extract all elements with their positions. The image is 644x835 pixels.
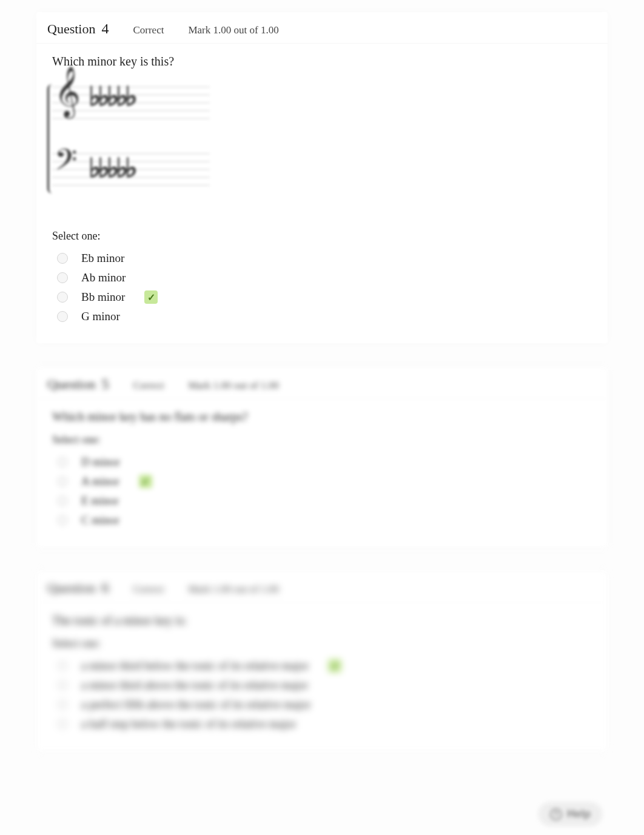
option-text: Ab minor xyxy=(81,271,126,284)
key-signature-flats: ♭♭♭♭♭ xyxy=(89,81,134,112)
answer-option[interactable]: D minor xyxy=(52,452,592,472)
answer-option[interactable]: a half step below the tonic of its relat… xyxy=(52,714,592,734)
question-header: Question 5 Correct Mark 1.00 out of 1.00 xyxy=(36,367,608,399)
question-body: Which minor key has no flats or sharps?S… xyxy=(36,399,608,547)
option-text: G minor xyxy=(81,310,120,323)
question-mark: Mark 1.00 out of 1.00 xyxy=(188,583,278,595)
answer-option[interactable]: Eb minor xyxy=(52,249,592,268)
radio-button[interactable] xyxy=(57,719,68,729)
question-number: 5 xyxy=(101,376,109,392)
option-text: E minor xyxy=(81,494,119,508)
answer-option[interactable]: a minor third below the tonic of its rel… xyxy=(52,656,592,676)
select-one-label: Select one: xyxy=(52,637,592,650)
radio-button[interactable] xyxy=(57,476,68,487)
question-label: Question xyxy=(47,21,95,37)
correct-tick-icon: ✓ xyxy=(144,290,158,304)
select-one-label: Select one: xyxy=(52,230,592,243)
question-body: Which minor key is this? 𝄞 ♭♭♭♭♭ 𝄢 ♭♭♭♭♭… xyxy=(36,44,608,343)
radio-button[interactable] xyxy=(57,272,68,283)
radio-button[interactable] xyxy=(57,457,68,468)
answer-option[interactable]: a minor third above the tonic of its rel… xyxy=(52,676,592,695)
question-block: Question 5 Correct Mark 1.00 out of 1.00… xyxy=(36,367,608,547)
question-text: Which minor key is this? xyxy=(52,55,592,69)
option-text: C minor xyxy=(81,514,119,527)
question-mark: Mark 1.00 out of 1.00 xyxy=(188,380,278,392)
question-text: The tonic of a minor key is: xyxy=(52,614,592,628)
correct-tick-icon: ✓ xyxy=(139,475,152,488)
question-status: Correct xyxy=(133,583,164,595)
question-number: 4 xyxy=(101,21,109,37)
answer-option[interactable]: a perfect fifth above the tonic of its r… xyxy=(52,695,592,714)
radio-button[interactable] xyxy=(57,495,68,506)
treble-clef-icon: 𝄞 xyxy=(55,70,81,113)
question-text: Which minor key has no flats or sharps? xyxy=(52,410,592,424)
answer-option[interactable]: A minor✓ xyxy=(52,472,592,491)
option-text: D minor xyxy=(81,455,120,469)
option-text: a minor third above the tonic of its rel… xyxy=(81,679,308,692)
question-number: 6 xyxy=(101,580,109,596)
option-text: a perfect fifth above the tonic of its r… xyxy=(81,698,310,711)
key-signature-flats: ♭♭♭♭♭ xyxy=(89,152,134,184)
question-header: Question 6 Correct Mark 1.00 out of 1.00 xyxy=(36,571,608,603)
option-text: Eb minor xyxy=(81,252,124,265)
answer-option[interactable]: G minor xyxy=(52,307,592,326)
music-notation-image: 𝄞 ♭♭♭♭♭ 𝄢 ♭♭♭♭♭ xyxy=(52,78,210,212)
radio-button[interactable] xyxy=(57,253,68,264)
answer-option[interactable]: Ab minor xyxy=(52,268,592,287)
radio-button[interactable] xyxy=(57,311,68,322)
question-header: Question 4 Correct Mark 1.00 out of 1.00 xyxy=(36,12,608,44)
question-label: Question xyxy=(47,580,95,596)
answer-option[interactable]: Bb minor✓ xyxy=(52,287,592,307)
question-mark: Mark 1.00 out of 1.00 xyxy=(188,24,278,36)
option-text: a minor third below the tonic of its rel… xyxy=(81,659,309,672)
correct-tick-icon: ✓ xyxy=(328,659,341,672)
radio-button[interactable] xyxy=(57,699,68,710)
radio-button[interactable] xyxy=(57,515,68,526)
question-status: Correct xyxy=(133,24,164,36)
option-text: a half step below the tonic of its relat… xyxy=(81,717,296,731)
option-text: Bb minor xyxy=(81,290,125,304)
radio-button[interactable] xyxy=(57,680,68,691)
bass-clef-icon: 𝄢 xyxy=(55,146,77,181)
select-one-label: Select one: xyxy=(52,434,592,446)
question-block: Question 6 Correct Mark 1.00 out of 1.00… xyxy=(36,571,608,751)
answer-option[interactable]: E minor xyxy=(52,491,592,511)
option-text: A minor xyxy=(81,475,119,488)
question-body: The tonic of a minor key is:Select one:a… xyxy=(36,603,608,751)
question-block: Question 4 Correct Mark 1.00 out of 1.00… xyxy=(36,12,608,343)
question-label: Question xyxy=(47,377,95,392)
question-status: Correct xyxy=(133,380,164,392)
radio-button[interactable] xyxy=(57,292,68,303)
radio-button[interactable] xyxy=(57,660,68,671)
answer-option[interactable]: C minor xyxy=(52,511,592,530)
